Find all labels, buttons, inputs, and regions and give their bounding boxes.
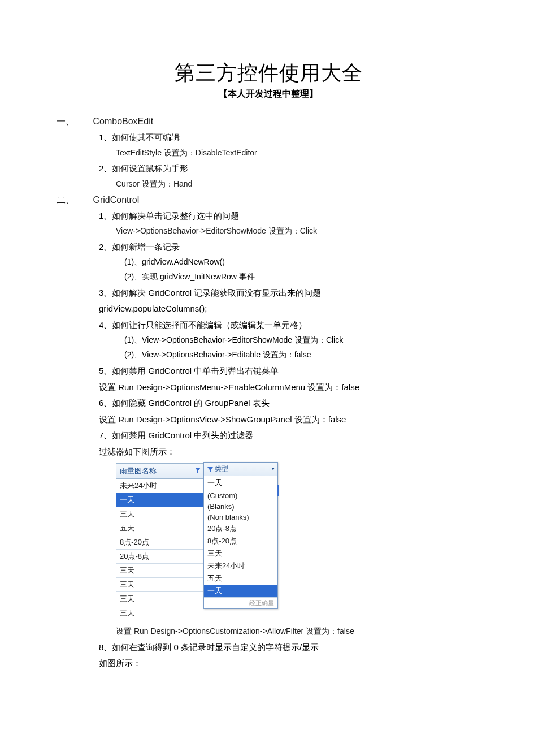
section-name: GridControl	[93, 195, 139, 205]
section-number: 一、	[57, 116, 90, 128]
filter-options-list: (Custom)(Blanks)(Non blanks)20点-8点8点-20点…	[204, 490, 277, 597]
popup-footer: 经正确量	[204, 597, 277, 608]
item-number: 5、	[99, 364, 112, 378]
item-detail: Cursor 设置为：Hand	[116, 178, 480, 191]
filter-option[interactable]: (Custom)	[204, 490, 277, 501]
list-item: 5、如何禁用 GridControl 中单击列弹出右键菜单	[99, 364, 480, 378]
table-cell: 三天	[116, 592, 203, 606]
item-number: 2、	[99, 161, 112, 176]
item-number: 1、	[99, 130, 112, 145]
item-detail-inline: 设置 Run Design->OptionsView->ShowGroupPan…	[99, 412, 480, 427]
filter-option[interactable]: 未来24小时	[204, 560, 277, 572]
grid-column-header[interactable]: 雨量图名称	[116, 464, 203, 479]
filter-option[interactable]: 五天	[204, 572, 277, 585]
item-number: 6、	[99, 396, 112, 411]
item-number: 1、	[99, 209, 112, 223]
item-number: 3、	[99, 286, 112, 300]
item-detail-inline: 设置 Run Design->OptionsMenu->EnableColumn…	[99, 380, 480, 395]
section-heading-2: 二、 GridControl	[57, 195, 480, 206]
filter-icon	[207, 466, 213, 472]
section-name: ComboBoxEdit	[93, 116, 153, 126]
grid-table: 雨量图名称 未来24小时一天三天五天8点-20点20点-8点三天三天三天三天	[116, 463, 203, 620]
table-row[interactable]: 未来24小时	[116, 479, 203, 493]
item-detail: View->OptionsBehavior->EditorShowMode 设置…	[116, 224, 480, 238]
item-title: 如何新增一条记录	[112, 242, 180, 252]
column-header-label: 雨量图名称	[120, 466, 157, 475]
popup-header-label: 类型	[215, 465, 228, 473]
item-title: 如何让行只能选择而不能编辑（或编辑某一单元格）	[112, 320, 307, 330]
table-cell: 五天	[116, 521, 203, 535]
item-detail-inline: gridView.populateColumns();	[99, 301, 480, 316]
item-title: 如何禁用 GridControl 中列头的过滤器	[112, 430, 253, 440]
list-item: 2、如何新增一条记录	[99, 240, 480, 254]
list-item: 7、如何禁用 GridControl 中列头的过滤器	[99, 428, 480, 443]
item-number: 4、	[99, 318, 112, 332]
table-cell: 三天	[116, 564, 203, 578]
item-detail: TextEditStyle 设置为：DisableTextEditor	[116, 146, 480, 160]
filter-option[interactable]: 三天	[204, 547, 277, 560]
table-row[interactable]: 8点-20点	[116, 535, 203, 550]
filter-input-value[interactable]: 一天	[204, 476, 277, 490]
list-item: 6、如何隐藏 GridControl 的 GroupPanel 表头	[99, 396, 480, 411]
table-cell: 未来24小时	[116, 479, 203, 493]
filter-option[interactable]: 20点-8点	[204, 522, 277, 535]
item-number: 2、	[99, 240, 112, 254]
item-title: 如何使其不可编辑	[112, 132, 180, 142]
table-cell: 三天	[116, 578, 203, 592]
section-heading-1: 一、 ComboBoxEdit	[57, 116, 480, 128]
list-item: 3、如何解决 GridControl 记录能获取而没有显示出来的问题	[99, 286, 480, 300]
item-title: 如何禁用 GridControl 中单击列弹出右键菜单	[112, 366, 279, 375]
list-item: 8、如何在查询得到 0 条记录时显示自定义的字符提示/显示	[99, 640, 480, 655]
list-item: 1、如何解决单击记录整行选中的问题	[99, 209, 480, 223]
table-row[interactable]: 三天	[116, 592, 203, 606]
page-subtitle: 【本人开发过程中整理】	[57, 88, 480, 100]
table-row[interactable]: 一天	[116, 493, 203, 507]
filter-option[interactable]: 一天	[204, 585, 277, 597]
list-item: 1、如何使其不可编辑	[99, 130, 480, 145]
table-cell: 一天	[116, 493, 203, 507]
list-item: 2、如何设置鼠标为手形	[99, 161, 480, 176]
table-cell: 20点-8点	[116, 550, 203, 564]
chevron-down-icon[interactable]: ▾	[272, 466, 275, 472]
sub-item: (1)、gridView.AddNewRow()	[124, 256, 480, 269]
item-number: 7、	[99, 428, 112, 443]
item-title: 如何解决单击记录整行选中的问题	[112, 211, 239, 221]
table-row[interactable]: 三天	[116, 606, 203, 620]
table-cell: 8点-20点	[116, 535, 203, 550]
filter-option[interactable]: 8点-20点	[204, 535, 277, 547]
grid-filter-screenshot: 雨量图名称 未来24小时一天三天五天8点-20点20点-8点三天三天三天三天 类…	[116, 463, 274, 620]
table-row[interactable]: 20点-8点	[116, 550, 203, 564]
list-item: 4、如何让行只能选择而不能编辑（或编辑某一单元格）	[99, 318, 480, 332]
item-title: 如何解决 GridControl 记录能获取而没有显示出来的问题	[112, 288, 321, 297]
filter-option[interactable]: (Blanks)	[204, 501, 277, 512]
item-detail: 设置 Run Design->OptionsCustomization->All…	[116, 625, 480, 638]
table-row[interactable]: 五天	[116, 521, 203, 535]
filter-icon[interactable]	[195, 466, 201, 472]
sub-item: (2)、实现 gridView_InitNewRow 事件	[124, 270, 480, 284]
filter-option[interactable]: (Non blanks)	[204, 512, 277, 522]
item-detail-inline: 如图所示：	[99, 656, 480, 671]
item-detail-inline: 过滤器如下图所示：	[99, 444, 480, 459]
table-row[interactable]: 三天	[116, 578, 203, 592]
document-page: 第三方控件使用大全 【本人开发过程中整理】 一、 ComboBoxEdit 1、…	[0, 0, 534, 718]
page-title: 第三方控件使用大全	[57, 59, 480, 87]
section-number: 二、	[57, 195, 90, 206]
item-title: 如何隐藏 GridControl 的 GroupPanel 表头	[112, 398, 269, 408]
filter-popup: 类型 ▾ 一天 (Custom)(Blanks)(Non blanks)20点-…	[203, 462, 278, 609]
item-title: 如何设置鼠标为手形	[112, 163, 188, 173]
sub-item: (1)、View->OptionsBehavior->EditorShowMod…	[124, 334, 480, 347]
item-title: 如何在查询得到 0 条记录时显示自定义的字符提示/显示	[112, 642, 319, 652]
table-row[interactable]: 三天	[116, 564, 203, 578]
popup-column-header[interactable]: 类型 ▾	[204, 463, 277, 476]
sub-item: (2)、View->OptionsBehavior->Editable 设置为：…	[124, 348, 480, 362]
table-cell: 三天	[116, 606, 203, 620]
scrollbar-thumb[interactable]	[277, 485, 279, 496]
table-row[interactable]: 三天	[116, 507, 203, 521]
item-number: 8、	[99, 640, 112, 655]
table-cell: 三天	[116, 507, 203, 521]
